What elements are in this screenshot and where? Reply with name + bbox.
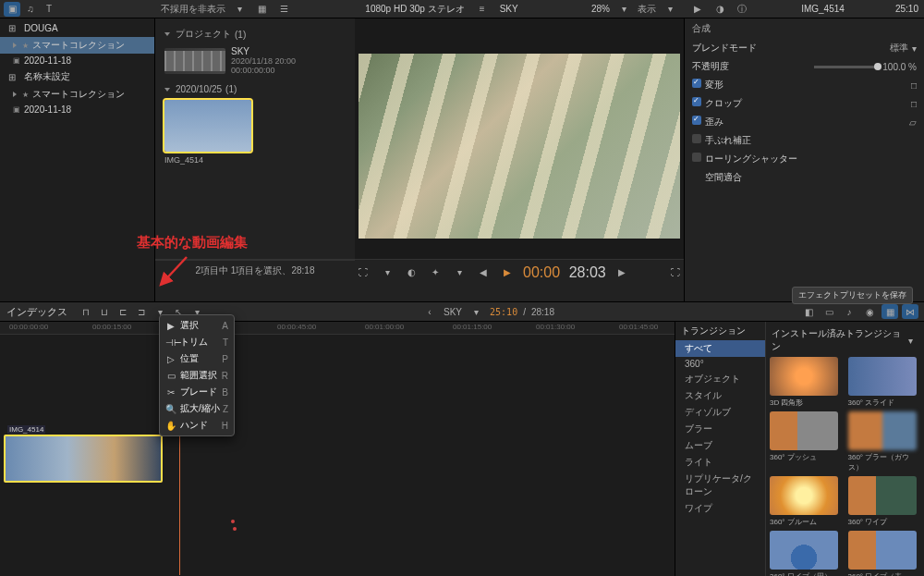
- timeline-fwd-icon[interactable]: ▾: [468, 304, 484, 319]
- library-root-label: DOUGA: [24, 23, 58, 33]
- trans-cat-style[interactable]: スタイル: [675, 387, 765, 404]
- tool-trim[interactable]: ⊣⊢トリムT: [160, 334, 234, 350]
- tool-position[interactable]: ▷位置P: [160, 350, 234, 367]
- tool-range[interactable]: ▭範囲選択R: [160, 367, 234, 384]
- timeline-title: SKY: [444, 307, 462, 317]
- trans-cat-move[interactable]: ムーブ: [675, 437, 765, 454]
- opacity-slider[interactable]: [814, 66, 879, 68]
- trans-cat-object[interactable]: オブジェクト: [675, 371, 765, 387]
- viewer-frame[interactable]: [359, 54, 680, 239]
- transition-item[interactable]: 360° ブラー（ガウス）: [848, 411, 921, 472]
- viewer-timecode: 00:00 28:03: [523, 263, 606, 281]
- tool-zoom[interactable]: 🔍拡大/縮小Z: [160, 400, 234, 417]
- transition-item[interactable]: 3D 四角形: [770, 357, 843, 408]
- crop-icon[interactable]: ▾: [379, 264, 395, 279]
- titles-icon[interactable]: T: [41, 2, 57, 17]
- timeline-duration: 28:18: [531, 307, 554, 317]
- annotation-arrow-icon: [155, 253, 192, 290]
- zoom-level[interactable]: 28%: [591, 4, 610, 14]
- transition-item[interactable]: 360° ワイプ（表: [848, 531, 921, 576]
- sidebar-item-event-2[interactable]: ▣ 2020-11-18: [0, 103, 154, 116]
- trans-cat-replicator[interactable]: リプリケータ/クローン: [675, 471, 765, 500]
- retime-icon[interactable]: ▾: [451, 264, 468, 279]
- filter-dropdown[interactable]: 不採用を非表示: [161, 3, 225, 16]
- library-small-icon: ⊞: [4, 69, 20, 84]
- trans-cat-wipe[interactable]: ワイプ: [675, 500, 765, 517]
- trans-cat-light[interactable]: ライト: [675, 454, 765, 471]
- transition-item[interactable]: 360° ワイプ（円）: [770, 531, 843, 576]
- sidebar-item-event[interactable]: ▣ 2020-11-18: [0, 54, 154, 67]
- inspector-row-stabilize[interactable]: 手ぶれ補正: [685, 131, 924, 150]
- clip-name-label: IMG_4514: [164, 155, 346, 165]
- photos-icon[interactable]: ♫: [22, 2, 39, 17]
- next-icon[interactable]: ▶: [614, 264, 630, 279]
- enhance-icon[interactable]: ✦: [427, 264, 444, 279]
- project-item[interactable]: SKY 2020/11/18 20:00 00:00:00:00: [164, 46, 346, 75]
- grid-view-icon[interactable]: ▦: [253, 2, 270, 17]
- timeline-clip[interactable]: IMG_4514: [4, 435, 163, 483]
- save-preset-button[interactable]: エフェクトプリセットを保存: [792, 287, 913, 304]
- sidebar-label: スマートコレクション: [32, 88, 125, 101]
- event-icon: ▣: [13, 56, 20, 65]
- transition-item[interactable]: 360° ブルーム: [770, 476, 843, 527]
- trans-cat-blur[interactable]: ブラー: [675, 421, 765, 437]
- blend-mode-value[interactable]: 標準: [890, 42, 908, 55]
- transform-icon[interactable]: ⛶: [355, 264, 371, 279]
- audio-marker: [231, 520, 235, 523]
- svg-line-0: [161, 257, 187, 285]
- inspector-color-icon[interactable]: ◑: [711, 2, 728, 17]
- tool-select[interactable]: ▶選択A: [160, 317, 234, 334]
- trans-cat-all[interactable]: すべて: [675, 340, 765, 357]
- timeline[interactable]: 00:00:00:00 00:00:15:00 00:00:30:00 00:0…: [0, 322, 675, 576]
- fullscreen-icon[interactable]: ⛶: [667, 264, 684, 279]
- transition-item[interactable]: 360° ワイプ: [848, 476, 921, 527]
- inspector-row-distort[interactable]: 歪み▱: [685, 113, 924, 131]
- library-root[interactable]: ⊞ DOUGA: [0, 18, 154, 37]
- library-small-icon: ⊞: [4, 20, 20, 35]
- event-count: (1): [225, 84, 237, 94]
- opacity-value[interactable]: 100.0 %: [882, 62, 917, 72]
- inspector-row-spatial[interactable]: 空間適合: [685, 168, 924, 187]
- trans-cat-360[interactable]: 360°: [675, 357, 765, 371]
- chevron-down-icon[interactable]: ▾: [231, 2, 248, 17]
- inspector-section: 合成: [685, 18, 924, 39]
- transitions-panel: トランジション すべて 360° オブジェクト スタイル ディゾルブ ブラー ム…: [675, 322, 924, 576]
- inspector-info-icon[interactable]: ⓘ: [734, 2, 750, 17]
- insert-icon[interactable]: ⊔: [96, 304, 113, 319]
- index-button[interactable]: インデックス: [0, 305, 74, 319]
- clip-thumbnail[interactable]: [164, 100, 251, 152]
- tool-blade[interactable]: ✂ブレードB: [160, 384, 234, 400]
- projects-header[interactable]: プロジェクト (1): [164, 28, 346, 41]
- timeline-ruler[interactable]: 00:00:00:00 00:00:15:00 00:00:30:00 00:0…: [0, 322, 675, 335]
- inspector-row-transform[interactable]: 変形□: [685, 76, 924, 94]
- transition-item[interactable]: 360° プッシュ: [770, 411, 843, 472]
- timeline-back-icon[interactable]: ‹: [421, 304, 438, 319]
- chevron-down-icon[interactable]: ▾: [615, 2, 632, 17]
- library-unset[interactable]: ⊞ 名称未設定: [0, 67, 154, 86]
- tool-hand[interactable]: ✋ハンドH: [160, 417, 234, 434]
- play-icon[interactable]: ▶: [499, 264, 516, 279]
- append-icon[interactable]: ⊏: [115, 304, 131, 319]
- project-thumbnail: [164, 48, 225, 74]
- prev-icon[interactable]: ◀: [475, 264, 492, 279]
- transition-item[interactable]: 360° スライド: [848, 357, 921, 408]
- disclosure-down-icon: [164, 88, 170, 92]
- chevron-down-icon[interactable]: ▾: [903, 333, 918, 348]
- view-dropdown[interactable]: 表示: [638, 3, 656, 16]
- trans-cat-dissolve[interactable]: ディゾルブ: [675, 404, 765, 421]
- library-icon[interactable]: ▣: [4, 2, 20, 17]
- settings-icon[interactable]: ≡: [474, 2, 491, 17]
- inspector-video-icon[interactable]: ▶: [689, 2, 706, 17]
- overwrite-icon[interactable]: ⊐: [133, 304, 150, 319]
- event-header[interactable]: 2020/10/25 (1): [164, 84, 346, 94]
- chevron-down-icon[interactable]: ▾: [662, 2, 678, 17]
- installed-transitions-label[interactable]: インストール済みトランジション: [772, 327, 903, 353]
- inspector-row-crop[interactable]: クロップ□: [685, 94, 924, 113]
- inspector-row-rolling-shutter[interactable]: ローリングシャッター: [685, 150, 924, 168]
- sidebar-item-smart[interactable]: ★ スマートコレクション: [0, 37, 154, 54]
- connect-clip-icon[interactable]: ⊓: [78, 304, 94, 319]
- color-icon[interactable]: ◐: [403, 264, 419, 279]
- list-view-icon[interactable]: ☰: [275, 2, 292, 17]
- event-header-label: 2020/10/25: [176, 84, 222, 94]
- sidebar-item-smart-2[interactable]: ★ スマートコレクション: [0, 86, 154, 103]
